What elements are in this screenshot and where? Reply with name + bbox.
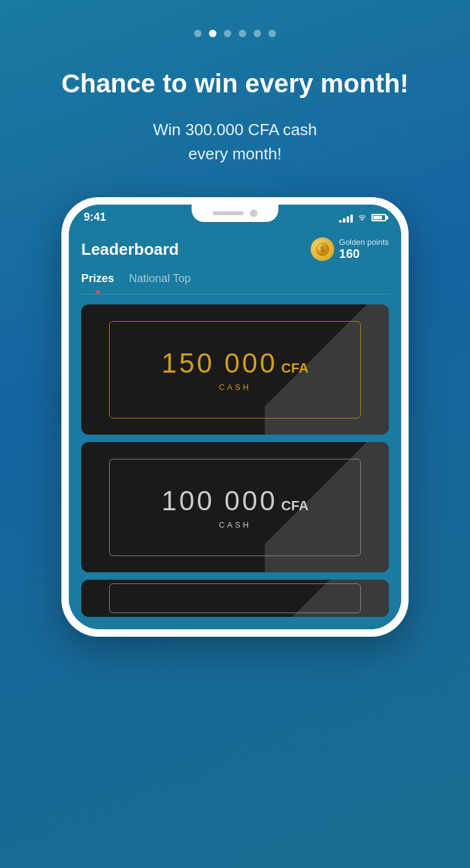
prize-currency-2: CFA bbox=[282, 498, 309, 514]
phone-mockup: 9:41 bbox=[61, 197, 409, 637]
dot-2[interactable] bbox=[209, 30, 216, 37]
coin-icon: $ bbox=[311, 237, 334, 261]
leaderboard-title: Leaderboard bbox=[81, 240, 179, 259]
dot-5[interactable] bbox=[254, 30, 261, 37]
phone-inner: 9:41 bbox=[69, 205, 401, 629]
svg-text:$: $ bbox=[320, 245, 324, 254]
main-heading: Chance to win every month! bbox=[37, 68, 433, 99]
golden-points-text: Golden points 160 bbox=[339, 237, 389, 261]
prize-card-inner-1: 150 000 CFA CASH bbox=[109, 321, 361, 419]
tabs: Prizes National Top bbox=[81, 272, 389, 294]
status-icons bbox=[339, 212, 386, 223]
page-container: Chance to win every month! Win 300.000 C… bbox=[0, 0, 470, 868]
prize-cards: 150 000 CFA CASH 100 000 C bbox=[81, 304, 389, 617]
speaker bbox=[213, 211, 244, 215]
prize-label-2: CASH bbox=[219, 520, 251, 529]
dot-6[interactable] bbox=[268, 30, 276, 37]
dot-3[interactable] bbox=[224, 30, 231, 37]
tab-national-top[interactable]: National Top bbox=[129, 272, 191, 289]
sub-heading: Win 300.000 CFA cash every month! bbox=[128, 118, 342, 166]
golden-points-label: Golden points bbox=[339, 237, 389, 247]
prize-number-1: 150 000 bbox=[161, 348, 277, 379]
prize-card-inner-3 bbox=[109, 583, 361, 613]
pagination-dots bbox=[194, 30, 276, 37]
prize-card-inner-2: 100 000 CFA CASH bbox=[109, 459, 361, 557]
dot-4[interactable] bbox=[239, 30, 246, 37]
prize-amount-2: 100 000 CFA bbox=[161, 485, 308, 516]
battery-icon bbox=[371, 214, 386, 221]
sub-line2: every month! bbox=[188, 144, 282, 163]
phone-outer: 9:41 bbox=[61, 197, 409, 637]
prize-card-2: 100 000 CFA CASH bbox=[81, 442, 389, 572]
camera bbox=[250, 210, 257, 217]
phone-notch bbox=[192, 205, 278, 222]
prize-card-1: 150 000 CFA CASH bbox=[81, 304, 389, 435]
prize-amount-1: 150 000 CFA bbox=[161, 348, 308, 379]
phone-content: Leaderboard $ bbox=[69, 228, 401, 629]
status-time: 9:41 bbox=[84, 211, 106, 224]
leaderboard-header: Leaderboard $ bbox=[81, 237, 389, 261]
wifi-icon bbox=[357, 212, 368, 223]
prize-currency-1: CFA bbox=[282, 360, 309, 376]
signal-icon bbox=[339, 213, 353, 223]
tab-prizes[interactable]: Prizes bbox=[81, 272, 114, 289]
sub-line1: Win 300.000 CFA cash bbox=[153, 120, 317, 139]
prize-number-2: 100 000 bbox=[161, 485, 277, 516]
prize-card-3 bbox=[81, 580, 389, 617]
prize-label-1: CASH bbox=[219, 383, 251, 392]
golden-points-value: 160 bbox=[339, 247, 389, 261]
golden-points: $ Golden po bbox=[311, 237, 389, 261]
dot-1[interactable] bbox=[194, 30, 202, 37]
